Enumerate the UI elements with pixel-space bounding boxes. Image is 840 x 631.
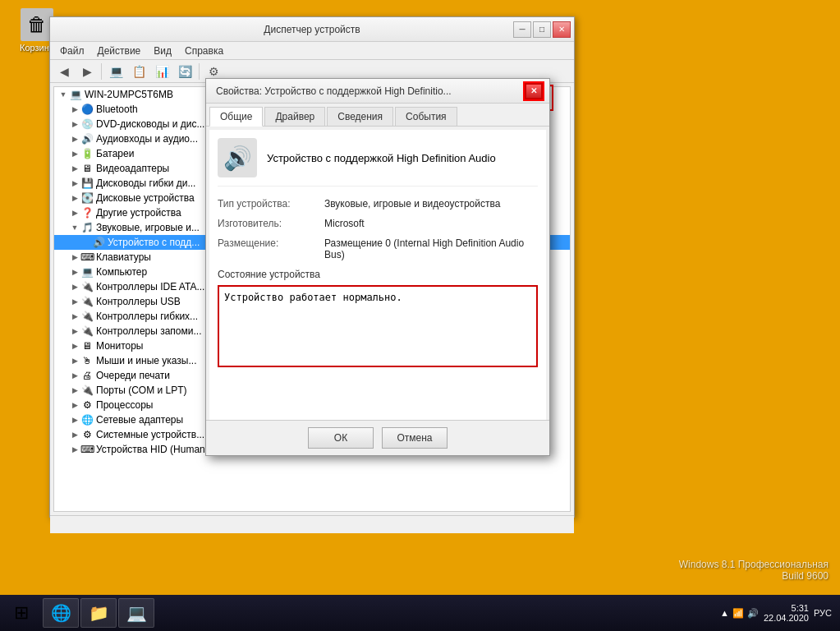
computer-icon: 💻	[69, 88, 82, 101]
expand-dvd[interactable]: ▶	[69, 118, 80, 130]
menu-help[interactable]: Справка	[178, 44, 230, 58]
expand-mice[interactable]: ▶	[69, 355, 80, 366]
expand-sound[interactable]: ▼	[69, 222, 80, 233]
tab-events[interactable]: События	[395, 107, 457, 126]
expand-floppyctrl[interactable]: ▶	[69, 311, 80, 322]
prop-manufacturer-label: Изготовитель:	[218, 218, 324, 229]
usb-icon: 🔌	[80, 295, 94, 308]
prop-type-label: Тип устройства:	[218, 198, 324, 210]
menu-action[interactable]: Действие	[91, 44, 148, 58]
back-button[interactable]: ◀	[53, 62, 75, 81]
device-icon-large: 🔊	[218, 138, 257, 177]
expand-battery[interactable]: ▶	[69, 148, 80, 159]
expand-audio[interactable]: ▶	[69, 133, 80, 145]
expand-ide[interactable]: ▶	[69, 281, 80, 292]
cancel-button[interactable]: Отмена	[382, 427, 448, 449]
tab-details[interactable]: Сведения	[327, 107, 393, 126]
expand-computer[interactable]: ▶	[69, 266, 80, 278]
tree-label-system: Системные устройств...	[96, 429, 204, 440]
tree-label-ide: Контроллеры IDE ATA...	[96, 281, 204, 292]
expand-video[interactable]: ▶	[69, 163, 80, 174]
expand-usb[interactable]: ▶	[69, 296, 80, 307]
expand-disk[interactable]: ▶	[69, 192, 80, 204]
tree-label-print: Очереди печати	[96, 370, 170, 381]
device-name: Устройство с поддержкой High Definition …	[267, 152, 496, 164]
expand-floppy[interactable]: ▶	[69, 177, 80, 189]
expand-hid[interactable]: ▶	[69, 444, 80, 455]
prop-type-value: Звуковые, игровые и видеоустройства	[324, 198, 500, 210]
tree-label-hda: Устройство с подд...	[108, 237, 200, 248]
computer-view-btn[interactable]: 💻	[105, 62, 126, 81]
systray-expand[interactable]: ▲	[720, 608, 729, 618]
tree-label-ports: Порты (COM и LPT)	[96, 385, 187, 396]
tree-label-dvd: DVD-дисководы и дис...	[96, 118, 204, 130]
network-icon: 🌐	[80, 413, 94, 426]
printer-icon: 🖨	[80, 369, 94, 382]
status-textbox[interactable]	[218, 285, 538, 367]
toolbar-separator2	[199, 63, 200, 80]
tab-general[interactable]: Общие	[209, 107, 263, 127]
prop-row-location: Размещение: Размещение 0 (Internal High …	[218, 237, 538, 260]
expand-cpu[interactable]: ▶	[69, 399, 80, 411]
prop-row-manufacturer: Изготовитель: Microsoft	[218, 218, 538, 229]
resources-btn[interactable]: 📊	[151, 62, 172, 81]
props-titlebar: Свойства: Устройство с поддержкой High D…	[206, 79, 549, 104]
tab-driver[interactable]: Драйвер	[264, 107, 325, 126]
taskbar-ie[interactable]: 🌐	[43, 598, 79, 628]
expand-system[interactable]: ▶	[69, 429, 80, 440]
status-bar	[50, 515, 574, 533]
expand-print[interactable]: ▶	[69, 370, 80, 381]
list-view-btn[interactable]: 📋	[128, 62, 149, 81]
dvd-icon: 💿	[80, 117, 94, 131]
tree-root-label: WIN-2UMPC5T6MB	[85, 89, 173, 100]
ports-icon: 🔌	[80, 384, 94, 397]
tree-label-other: Другие устройства	[96, 207, 181, 219]
tree-label-storage: Контроллеры запоми...	[96, 325, 201, 337]
taskbar-right: ▲ 📶 🔊 5:31 22.04.2020 РУС	[715, 603, 837, 623]
disk-icon: 💽	[80, 191, 94, 205]
tree-label-battery: Батареи	[96, 148, 134, 159]
expand-other[interactable]: ▶	[69, 207, 80, 219]
sound-icon: 🎵	[80, 221, 94, 234]
props-inner: Общие Драйвер Сведения События 🔊 Устройс…	[206, 104, 549, 455]
expand-storage[interactable]: ▶	[69, 325, 80, 337]
forward-button[interactable]: ▶	[76, 62, 98, 81]
start-button[interactable]: ⊞	[3, 598, 39, 628]
expand-root[interactable]: ▼	[57, 89, 69, 100]
taskbar: ⊞ 🌐 📁 💻 ▲ 📶 🔊 5:31 22.04.2020 РУС	[0, 595, 840, 631]
os-info: Windows 8.1 Профессиональная Build 9600	[679, 559, 829, 582]
close-button[interactable]: ✕	[553, 21, 571, 38]
props-close-button[interactable]: ✕	[525, 83, 543, 99]
taskbar-explorer[interactable]: 📁	[80, 598, 117, 628]
floppy-icon: 💾	[80, 177, 94, 190]
floppyctrl-icon: 🔌	[80, 310, 94, 323]
clock[interactable]: 5:31 22.04.2020	[764, 603, 809, 623]
tree-label-floppyctrl: Контроллеры гибких...	[96, 311, 198, 322]
maximize-button[interactable]: □	[533, 21, 551, 38]
tree-label-mice: Мыши и иные указы...	[96, 355, 196, 366]
tabs-bar: Общие Драйвер Сведения События	[206, 104, 549, 127]
ok-button[interactable]: ОК	[308, 427, 374, 449]
properties-dialog: Свойства: Устройство с поддержкой High D…	[205, 78, 550, 456]
expand-keyboard[interactable]: ▶	[69, 251, 80, 263]
mouse-icon: 🖱	[80, 354, 94, 367]
minimize-button[interactable]: ─	[513, 21, 531, 38]
toolbar-separator	[101, 63, 102, 80]
menu-file[interactable]: Файл	[53, 44, 91, 58]
expand-network[interactable]: ▶	[69, 414, 80, 426]
dialog-footer: ОК Отмена	[206, 420, 549, 455]
tree-label-video: Видеоадаптеры	[96, 163, 169, 174]
hid-icon: ⌨	[80, 443, 94, 456]
menu-bar: Файл Действие Вид Справка	[50, 42, 574, 60]
expand-monitors[interactable]: ▶	[69, 340, 80, 352]
tree-label-audio: Аудиовходы и аудио...	[96, 133, 198, 145]
menu-view[interactable]: Вид	[147, 44, 178, 58]
refresh-btn[interactable]: 🔄	[174, 62, 195, 81]
expand-bluetooth[interactable]: ▶	[69, 104, 80, 115]
taskbar-devmgr[interactable]: 💻	[118, 598, 154, 628]
expand-ports[interactable]: ▶	[69, 385, 80, 396]
tree-label-keyboard: Клавиатуры	[96, 251, 151, 263]
cpu-icon: ⚙	[80, 398, 94, 412]
status-section-title: Состояние устройства	[218, 269, 538, 280]
language-indicator[interactable]: РУС	[814, 608, 832, 618]
